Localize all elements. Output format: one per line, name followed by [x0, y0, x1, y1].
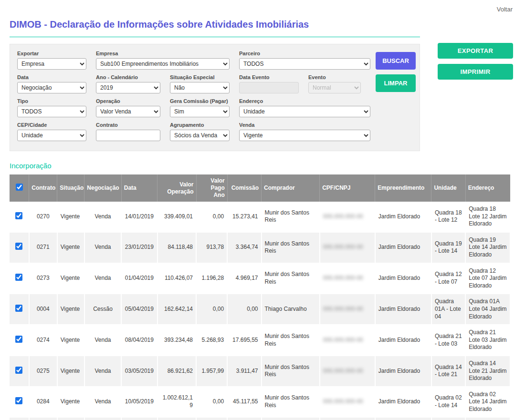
cell-empreendimento: Jardim Eldorado [375, 263, 431, 294]
table-row: 0276VigenteVenda06/08/20191.516.330,850,… [10, 417, 510, 420]
tipo-label: Tipo [17, 98, 86, 104]
parceiro-select[interactable]: TODOS [239, 58, 370, 70]
cell-cpf_cnpj: 000.000.000-00 [320, 294, 375, 325]
table-row: 0270VigenteVenda14/01/2019339.409,010,00… [10, 202, 510, 232]
cell-empreendimento: Jardim Eldorado [375, 417, 431, 420]
cell-negociacao: Venda [84, 356, 121, 387]
top-bar: Voltar [0, 0, 525, 13]
redacted-cpf: 000.000.000-00 [323, 337, 363, 344]
cell-comprador: Munir dos Santos Reis [262, 356, 320, 387]
contrato-input[interactable] [96, 130, 160, 141]
cell-valor_pago_ano: 1.957,99 [196, 356, 227, 387]
cell-empreendimento: Jardim Eldorado [375, 325, 431, 356]
cell-unidade: Quadra 01A - Lote 07 [431, 417, 465, 420]
agrupamento-select[interactable]: Sócios da Venda [170, 130, 230, 141]
cell-comissao: 15.273,41 [227, 202, 261, 232]
cell-comprador: Munir dos Santos Reis [262, 202, 320, 232]
row-checkbox[interactable] [15, 397, 22, 404]
cell-data: 08/04/2019 [121, 325, 157, 356]
filter-evento: Evento Normal [308, 74, 361, 93]
filter-parceiro: Parceiro TODOS [239, 51, 370, 70]
cell-situacao: Vigente [57, 387, 84, 418]
operacao-select[interactable]: Valor Venda [96, 106, 160, 117]
cell-empreendimento: Jardim Eldorado [375, 202, 431, 232]
cell-negociacao: Cessão [84, 294, 121, 325]
cell-negociacao: Venda [84, 387, 121, 418]
cell-comissao: 4.969,17 [227, 263, 261, 294]
title-divider [10, 37, 420, 37]
cell-endereco: Quadra 02 Lote 14 Jardim Eldorado [465, 387, 510, 418]
cell-data: 01/04/2019 [121, 263, 157, 294]
data-select[interactable]: Negociação [17, 82, 86, 93]
cell-valor_operacao: 339.409,01 [158, 202, 196, 232]
cell-comprador: Munir dos Santos Reis [262, 417, 320, 420]
exportar-select[interactable]: Empresa [17, 58, 86, 70]
cell-endereco: Quadra 21 Lote 03 Jardim Eldorado [465, 325, 510, 356]
gera-comissao-select[interactable]: Sim [170, 106, 230, 117]
empresa-select[interactable]: Sub100 Empreendimentos Imobiliários [96, 58, 230, 70]
redacted-cpf: 000.000.000-00 [323, 398, 363, 406]
exportar-label: Exportar [17, 51, 86, 56]
endereco-select[interactable]: Unidade [239, 106, 370, 117]
cell-select [10, 202, 29, 232]
buscar-button[interactable]: BUSCAR [376, 52, 416, 70]
cell-unidade: Quadra 01A - Lote 04 [431, 294, 465, 325]
evento-label: Evento [308, 74, 361, 80]
evento-select: Normal [308, 82, 361, 93]
table-row: 0284VigenteVenda10/05/20191.002.612,190,… [10, 387, 510, 418]
row-checkbox[interactable] [15, 305, 22, 312]
filter-venda: Venda Vigente [239, 122, 370, 141]
row-checkbox[interactable] [15, 274, 22, 281]
cell-negociacao: Venda [84, 232, 121, 263]
row-checkbox[interactable] [15, 243, 22, 250]
data-evento-label: Data Evento [239, 74, 299, 80]
cell-comissao: 17.695,55 [227, 325, 261, 356]
data-evento-input [239, 82, 299, 93]
agrupamento-label: Agrupamento [170, 122, 230, 128]
table-row: 0275VigenteVenda03/05/201986.921,621.957… [10, 356, 510, 387]
cell-situacao: Vigente [57, 232, 84, 263]
cell-comprador: Munir dos Santos Reis [262, 232, 320, 263]
cell-data: 06/08/2019 [121, 417, 157, 420]
voltar-link[interactable]: Voltar [497, 6, 513, 13]
cell-situacao: Vigente [57, 202, 84, 232]
venda-select[interactable]: Vigente [239, 130, 370, 141]
table-row: 0274VigenteVenda08/04/2019393.234,485.26… [10, 325, 510, 356]
column-header-situacao: Situação [57, 174, 84, 202]
imprimir-button[interactable]: IMPRIMIR [438, 64, 513, 80]
cell-comissao: 68.234,89 [227, 417, 261, 420]
row-checkbox[interactable] [15, 212, 22, 219]
cep-cidade-select[interactable]: Unidade [17, 130, 86, 141]
column-header-contrato: Contrato [29, 174, 57, 202]
tipo-select[interactable]: TODOS [17, 106, 86, 117]
row-checkbox[interactable] [15, 367, 22, 374]
column-header-endereco: Endereço [465, 174, 510, 202]
cell-empreendimento: Jardim Eldorado [375, 356, 431, 387]
exportar-button[interactable]: EXPORTAR [438, 43, 513, 59]
filter-cep-cidade: CEP/Cidade Unidade [17, 122, 86, 141]
operacao-label: Operação [96, 98, 160, 104]
filter-data: Data Negociação [17, 74, 86, 93]
section-title: Incorporação [10, 162, 515, 170]
cell-data: 23/01/2019 [121, 232, 157, 263]
ano-calendario-select[interactable]: 2019 [96, 82, 160, 93]
cell-unidade: Quadra 02 - Lote 14 [431, 387, 465, 418]
cell-valor_pago_ano: 913,78 [196, 232, 227, 263]
endereco-label: Endereço [239, 98, 370, 104]
cell-unidade: Quadra 14 - Lote 21 [431, 356, 465, 387]
situacao-especial-select[interactable]: Não [170, 82, 230, 93]
gera-comissao-label: Gera Comissão (Pagar) [170, 98, 230, 104]
cell-select [10, 232, 29, 263]
cell-endereco: Quadra 01A Lote 07 Jardim Eldorado [465, 417, 510, 420]
filter-empresa: Empresa Sub100 Empreendimentos Imobiliár… [96, 51, 230, 70]
row-checkbox[interactable] [15, 336, 22, 343]
select-all-checkbox[interactable] [16, 184, 23, 191]
cell-contrato: 0004 [29, 294, 57, 325]
cell-contrato: 0274 [29, 325, 57, 356]
cell-valor_operacao: 393.234,48 [158, 325, 196, 356]
cell-data: 10/05/2019 [121, 387, 157, 418]
filter-operacao: Operação Valor Venda [96, 98, 160, 117]
cell-cpf_cnpj: 000.000.000-00 [320, 263, 375, 294]
cell-select [10, 263, 29, 294]
limpar-button[interactable]: LIMPAR [376, 74, 416, 92]
